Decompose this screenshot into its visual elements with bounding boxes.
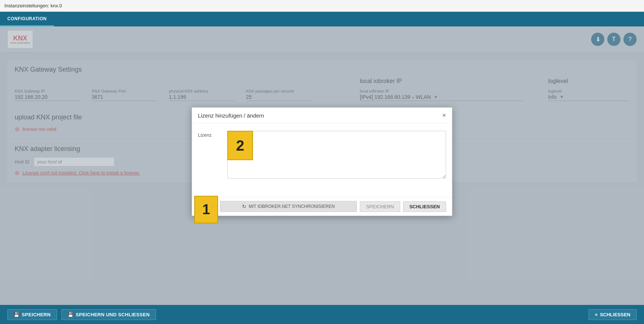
modal-footer: 1 ↻ MIT IOBROKER.NET SYNCHRONISIEREN SPE… <box>192 197 452 216</box>
modal-close-x-button[interactable]: × <box>442 112 446 119</box>
modal-save-button[interactable]: SPEICHERN <box>360 201 400 212</box>
close-label: SCHLIESSEN <box>600 312 630 317</box>
numbered-box-1: 1 <box>194 196 218 223</box>
title-text: Instanzeinstellungen: knx.0 <box>4 3 62 8</box>
tab-bar: CONFIGURATION <box>0 12 644 26</box>
modal-close-action-button[interactable]: SCHLIESSEN <box>403 201 446 212</box>
modal-content-area: 2 <box>227 131 446 190</box>
save-label: SPEICHERN <box>22 312 51 317</box>
modal-header: Lizenz hinzufügen / ändern × <box>192 108 452 123</box>
save-icon: 💾 <box>14 312 19 317</box>
license-textarea[interactable] <box>227 131 446 179</box>
sync-button-label: MIT IOBROKER.NET SYNCHRONISIEREN <box>249 204 334 209</box>
save-button[interactable]: 💾 SPEICHERN <box>7 309 57 320</box>
bottom-bar: 💾 SPEICHERN 💾 SPEICHERN UND SCHLIESSEN ×… <box>0 305 644 324</box>
sync-icon: ↻ <box>242 204 246 209</box>
save-close-label: SPEICHERN UND SCHLIESSEN <box>76 312 150 317</box>
modal-lizenz-label: Lizenz <box>198 131 220 190</box>
main-area: KNX home automation ⬇ T ? KNX Gateway Se… <box>0 26 644 305</box>
modal-body: Lizenz 2 <box>192 123 452 197</box>
numbered-box-2: 2 <box>227 131 253 160</box>
close-button[interactable]: × SCHLIESSEN <box>589 309 637 320</box>
close-icon: × <box>595 312 598 317</box>
sync-button[interactable]: ↻ MIT IOBROKER.NET SYNCHRONISIEREN <box>220 201 357 212</box>
bottom-left: 💾 SPEICHERN 💾 SPEICHERN UND SCHLIESSEN <box>7 309 156 320</box>
modal-dialog: Lizenz hinzufügen / ändern × Lizenz 2 1 <box>192 107 452 216</box>
tab-configuration[interactable]: CONFIGURATION <box>0 12 54 26</box>
save-and-close-button[interactable]: 💾 SPEICHERN UND SCHLIESSEN <box>61 309 156 320</box>
close-icon: × <box>442 112 446 119</box>
title-bar: Instanzeinstellungen: knx.0 <box>0 0 644 12</box>
modal-title: Lizenz hinzufügen / ändern <box>198 112 264 119</box>
save-close-icon: 💾 <box>68 312 73 317</box>
